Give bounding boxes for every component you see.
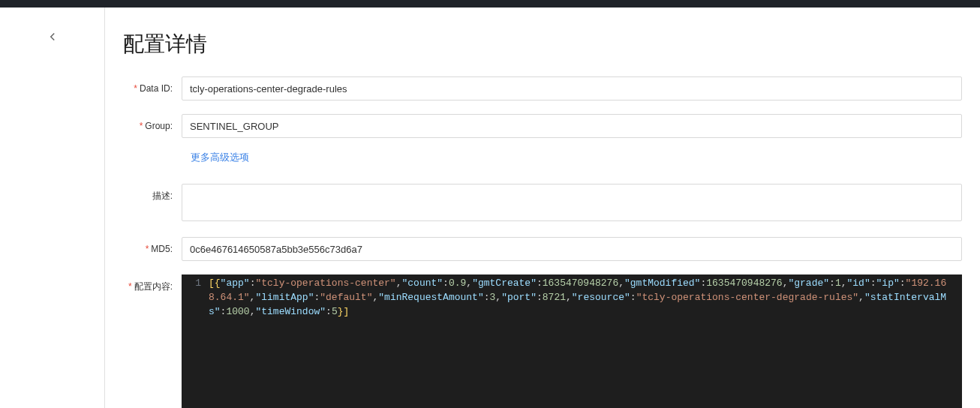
- row-md5: *MD5:: [123, 237, 962, 261]
- required-marker: *: [134, 83, 137, 94]
- row-content: *配置内容: 1 [{"app":"tcly-operations-center…: [123, 274, 962, 408]
- required-marker: *: [140, 121, 143, 131]
- row-group: *Group:: [123, 114, 962, 138]
- label-group: *Group:: [123, 114, 182, 138]
- chevron-left-icon: [46, 30, 59, 44]
- main-content: 配置详情 *Data ID: *Group: 更多高级选项: [105, 8, 980, 408]
- required-marker: *: [128, 281, 132, 292]
- row-data-id: *Data ID:: [123, 76, 962, 100]
- md5-input[interactable]: [182, 237, 962, 261]
- top-bar: [0, 0, 980, 8]
- description-input[interactable]: [182, 184, 962, 221]
- data-id-input[interactable]: [182, 76, 962, 100]
- label-content: *配置内容:: [123, 274, 182, 298]
- label-data-id: *Data ID:: [123, 76, 182, 100]
- label-description: 描述:: [123, 184, 182, 208]
- editor-text[interactable]: [{"app":"tcly-operations-center","count"…: [207, 274, 962, 408]
- sidebar: [0, 8, 105, 408]
- row-description: 描述:: [123, 184, 962, 224]
- line-number: 1: [182, 276, 201, 290]
- required-marker: *: [146, 244, 149, 254]
- back-button[interactable]: [46, 30, 59, 44]
- label-md5: *MD5:: [123, 237, 182, 261]
- more-options-link[interactable]: 更多高级选项: [182, 151, 249, 164]
- page-layout: 配置详情 *Data ID: *Group: 更多高级选项: [0, 8, 980, 408]
- page-title: 配置详情: [123, 30, 962, 58]
- editor-gutter: 1: [182, 274, 207, 408]
- config-content-editor[interactable]: 1 [{"app":"tcly-operations-center","coun…: [182, 274, 962, 408]
- group-input[interactable]: [182, 114, 962, 138]
